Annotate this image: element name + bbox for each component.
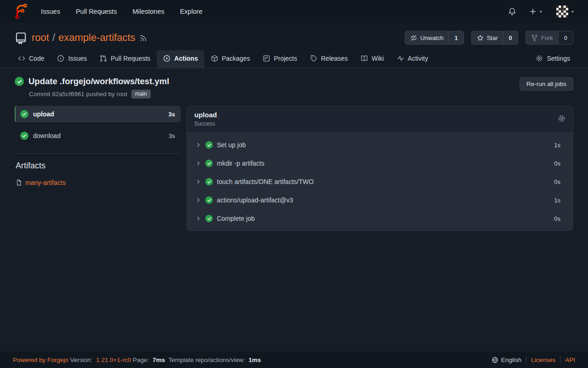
tab-packages[interactable]: Packages — [204, 50, 256, 68]
licenses-link[interactable]: Licenses — [531, 356, 555, 363]
tab-code[interactable]: Code — [11, 50, 51, 68]
tab-settings[interactable]: Settings — [529, 50, 577, 68]
chevron-right-icon — [196, 197, 201, 203]
nav-link-pull-requests[interactable]: Pull Requests — [68, 0, 124, 23]
success-icon — [205, 196, 213, 204]
page-time: 7ms — [153, 356, 165, 363]
step-name: touch artifacts/ONE artifacts/TWO — [217, 178, 314, 185]
nav-link-milestones[interactable]: Milestones — [124, 0, 172, 23]
rerun-all-jobs-button[interactable]: Re-run all jobs — [520, 77, 573, 91]
run-header: Update .forgejo/workflows/test.yml Commi… — [15, 76, 573, 98]
tab-projects[interactable]: Projects — [256, 50, 304, 68]
chevron-right-icon — [196, 142, 201, 148]
tab-label: Wiki — [372, 55, 384, 62]
step-duration: 1s — [554, 197, 560, 204]
step-row-complete[interactable]: Complete job 0s — [187, 209, 573, 228]
tab-label: Issues — [68, 55, 86, 62]
navbar-right — [503, 3, 580, 20]
step-duration: 1s — [554, 142, 560, 149]
job-item-download[interactable]: download 3s — [15, 127, 181, 144]
unwatch-icon — [410, 34, 417, 41]
repo-breadcrumb: root / example-artifacts — [32, 32, 136, 44]
tab-releases[interactable]: Releases — [304, 50, 354, 68]
star-count[interactable]: 0 — [503, 31, 518, 44]
artifact-link[interactable]: many-artifacts — [25, 179, 66, 186]
fork-count[interactable]: 0 — [559, 31, 573, 44]
api-link[interactable]: API — [565, 356, 575, 363]
globe-icon — [492, 356, 498, 363]
watch-count[interactable]: 1 — [449, 31, 463, 44]
success-icon — [205, 160, 213, 167]
job-item-upload[interactable]: upload 3s — [15, 106, 181, 122]
language-menu[interactable]: English — [492, 356, 521, 363]
branch-badge[interactable]: main — [131, 90, 151, 98]
template-time: 1ms — [249, 356, 261, 363]
step-row-setup[interactable]: Set up job 1s — [187, 136, 573, 154]
tab-activity[interactable]: Activity — [390, 50, 435, 68]
tab-label: Activity — [408, 55, 428, 62]
steps-list: Set up job 1s mkdir -p artifacts 0s — [187, 132, 573, 230]
chevron-right-icon — [196, 216, 201, 221]
step-name: mkdir -p artifacts — [217, 160, 264, 167]
user-menu-dropdown[interactable] — [552, 3, 580, 20]
footer-divider — [526, 356, 526, 363]
step-row-upload-artifact[interactable]: actions/upload-artifact@v3 1s — [187, 191, 573, 209]
template-label: Template repo/actions/view: — [169, 356, 245, 363]
repo-name-link[interactable]: example-artifacts — [58, 32, 136, 44]
create-new-dropdown[interactable] — [525, 5, 548, 18]
top-navbar: Issues Pull Requests Milestones Explore — [0, 0, 588, 23]
job-name: download — [33, 132, 61, 139]
caret-down-icon — [538, 9, 543, 14]
breadcrumb-separator: / — [52, 32, 55, 44]
wiki-icon — [361, 55, 368, 62]
tab-label: Settings — [547, 55, 570, 62]
releases-icon — [310, 55, 317, 62]
file-icon — [16, 179, 22, 186]
version-link[interactable]: 1.21.0+1-rc0 — [96, 356, 131, 363]
nav-link-issues[interactable]: Issues — [33, 0, 68, 23]
tab-issues[interactable]: Issues — [51, 50, 93, 68]
pull-request-icon — [100, 55, 107, 62]
repo-head-region: root / example-artifacts — [0, 23, 588, 68]
tab-pull-requests[interactable]: Pull Requests — [93, 50, 157, 68]
powered-by-link[interactable]: Powered by Forgejo — [13, 356, 68, 363]
tab-label: Actions — [174, 55, 198, 62]
artifact-item: many-artifacts — [16, 179, 181, 186]
actions-icon — [163, 55, 170, 62]
notifications-button[interactable] — [503, 5, 521, 18]
success-icon — [205, 178, 213, 185]
chevron-right-icon — [196, 161, 201, 166]
settings-icon — [536, 55, 543, 62]
rss-icon[interactable] — [140, 34, 147, 42]
nav-link-explore[interactable]: Explore — [172, 0, 210, 23]
tab-actions[interactable]: Actions — [157, 50, 204, 68]
fork-icon — [531, 34, 538, 41]
forgejo-logo-icon[interactable] — [13, 4, 28, 19]
issues-icon — [57, 55, 64, 62]
gear-icon[interactable] — [558, 115, 565, 122]
repo-action-buttons: Unwatch 1 Star 0 — [405, 31, 573, 45]
page-label: Page: — [133, 356, 149, 363]
artifacts-heading: Artifacts — [16, 161, 181, 171]
tab-label: Packages — [222, 55, 250, 62]
job-detail-status: Success — [194, 121, 217, 127]
star-button[interactable]: Star 0 — [471, 31, 518, 45]
step-duration: 0s — [554, 178, 560, 185]
unwatch-button[interactable]: Unwatch 1 — [405, 31, 464, 45]
tab-label: Pull Requests — [111, 55, 150, 62]
fork-button[interactable]: Fork 0 — [526, 31, 573, 45]
tab-wiki[interactable]: Wiki — [354, 50, 390, 68]
sidebar-divider — [15, 153, 181, 154]
unwatch-label: Unwatch — [420, 34, 444, 41]
tab-label: Projects — [274, 55, 297, 62]
step-row-mkdir[interactable]: mkdir -p artifacts 0s — [187, 154, 573, 172]
jobs-sidebar: upload 3s download 3s Artifacts man — [15, 106, 181, 186]
step-name: actions/upload-artifact@v3 — [217, 196, 293, 204]
repo-owner-link[interactable]: root — [32, 32, 49, 44]
step-row-touch[interactable]: touch artifacts/ONE artifacts/TWO 0s — [187, 172, 573, 191]
tab-label: Releases — [321, 55, 348, 62]
step-duration: 0s — [554, 215, 560, 222]
activity-icon — [397, 55, 404, 62]
commit-text[interactable]: Commit 82a5cf6961 pushed by root — [29, 91, 127, 98]
repo-icon — [15, 32, 27, 44]
